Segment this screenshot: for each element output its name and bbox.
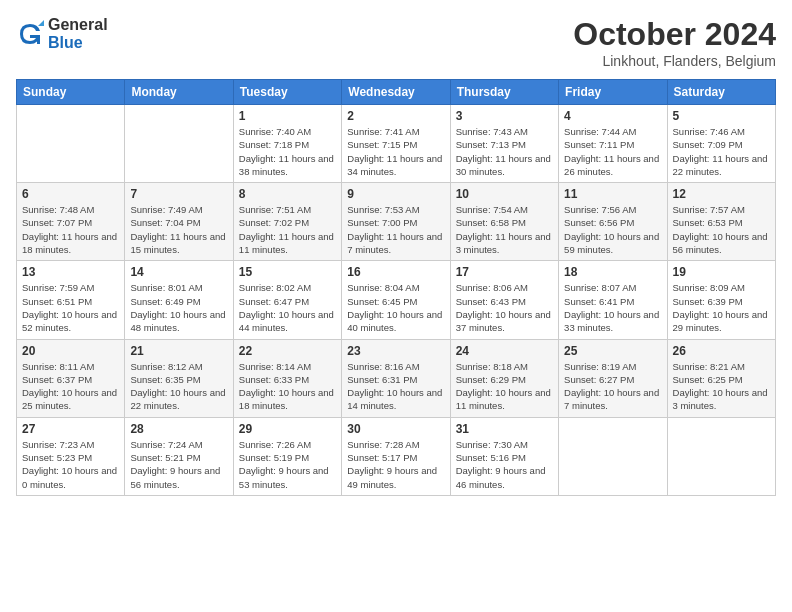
calendar-week-5: 27Sunrise: 7:23 AMSunset: 5:23 PMDayligh…	[17, 417, 776, 495]
calendar-cell: 13Sunrise: 7:59 AMSunset: 6:51 PMDayligh…	[17, 261, 125, 339]
calendar-cell: 9Sunrise: 7:53 AMSunset: 7:00 PMDaylight…	[342, 183, 450, 261]
calendar-week-3: 13Sunrise: 7:59 AMSunset: 6:51 PMDayligh…	[17, 261, 776, 339]
location-title: Linkhout, Flanders, Belgium	[573, 53, 776, 69]
day-number: 14	[130, 265, 227, 279]
day-number: 7	[130, 187, 227, 201]
day-number: 16	[347, 265, 444, 279]
calendar-cell: 2Sunrise: 7:41 AMSunset: 7:15 PMDaylight…	[342, 105, 450, 183]
day-number: 24	[456, 344, 553, 358]
day-info: Sunrise: 7:56 AMSunset: 6:56 PMDaylight:…	[564, 203, 661, 256]
calendar-cell	[667, 417, 775, 495]
calendar-cell: 18Sunrise: 8:07 AMSunset: 6:41 PMDayligh…	[559, 261, 667, 339]
page-header: General Blue October 2024 Linkhout, Flan…	[16, 16, 776, 69]
calendar-cell: 14Sunrise: 8:01 AMSunset: 6:49 PMDayligh…	[125, 261, 233, 339]
calendar-cell: 25Sunrise: 8:19 AMSunset: 6:27 PMDayligh…	[559, 339, 667, 417]
logo-icon	[16, 20, 44, 48]
calendar-cell: 29Sunrise: 7:26 AMSunset: 5:19 PMDayligh…	[233, 417, 341, 495]
calendar-cell: 6Sunrise: 7:48 AMSunset: 7:07 PMDaylight…	[17, 183, 125, 261]
day-info: Sunrise: 8:18 AMSunset: 6:29 PMDaylight:…	[456, 360, 553, 413]
day-info: Sunrise: 8:12 AMSunset: 6:35 PMDaylight:…	[130, 360, 227, 413]
day-number: 31	[456, 422, 553, 436]
day-number: 10	[456, 187, 553, 201]
calendar-cell: 24Sunrise: 8:18 AMSunset: 6:29 PMDayligh…	[450, 339, 558, 417]
calendar-cell: 26Sunrise: 8:21 AMSunset: 6:25 PMDayligh…	[667, 339, 775, 417]
calendar-week-1: 1Sunrise: 7:40 AMSunset: 7:18 PMDaylight…	[17, 105, 776, 183]
day-info: Sunrise: 7:43 AMSunset: 7:13 PMDaylight:…	[456, 125, 553, 178]
day-info: Sunrise: 7:44 AMSunset: 7:11 PMDaylight:…	[564, 125, 661, 178]
calendar-cell: 15Sunrise: 8:02 AMSunset: 6:47 PMDayligh…	[233, 261, 341, 339]
day-number: 9	[347, 187, 444, 201]
day-number: 26	[673, 344, 770, 358]
day-info: Sunrise: 7:26 AMSunset: 5:19 PMDaylight:…	[239, 438, 336, 491]
calendar-cell: 19Sunrise: 8:09 AMSunset: 6:39 PMDayligh…	[667, 261, 775, 339]
day-info: Sunrise: 7:41 AMSunset: 7:15 PMDaylight:…	[347, 125, 444, 178]
weekday-header-monday: Monday	[125, 80, 233, 105]
logo: General Blue	[16, 16, 108, 51]
day-number: 5	[673, 109, 770, 123]
day-number: 28	[130, 422, 227, 436]
day-number: 17	[456, 265, 553, 279]
calendar-cell: 27Sunrise: 7:23 AMSunset: 5:23 PMDayligh…	[17, 417, 125, 495]
day-info: Sunrise: 8:19 AMSunset: 6:27 PMDaylight:…	[564, 360, 661, 413]
calendar-cell: 4Sunrise: 7:44 AMSunset: 7:11 PMDaylight…	[559, 105, 667, 183]
day-number: 21	[130, 344, 227, 358]
day-info: Sunrise: 7:28 AMSunset: 5:17 PMDaylight:…	[347, 438, 444, 491]
calendar-cell	[17, 105, 125, 183]
day-info: Sunrise: 7:51 AMSunset: 7:02 PMDaylight:…	[239, 203, 336, 256]
calendar-cell: 10Sunrise: 7:54 AMSunset: 6:58 PMDayligh…	[450, 183, 558, 261]
day-number: 1	[239, 109, 336, 123]
day-info: Sunrise: 8:21 AMSunset: 6:25 PMDaylight:…	[673, 360, 770, 413]
calendar-cell: 21Sunrise: 8:12 AMSunset: 6:35 PMDayligh…	[125, 339, 233, 417]
day-info: Sunrise: 7:23 AMSunset: 5:23 PMDaylight:…	[22, 438, 119, 491]
day-info: Sunrise: 7:24 AMSunset: 5:21 PMDaylight:…	[130, 438, 227, 491]
logo-text: General Blue	[48, 16, 108, 51]
day-number: 30	[347, 422, 444, 436]
calendar-cell	[125, 105, 233, 183]
calendar-cell: 28Sunrise: 7:24 AMSunset: 5:21 PMDayligh…	[125, 417, 233, 495]
weekday-header-saturday: Saturday	[667, 80, 775, 105]
calendar-cell: 1Sunrise: 7:40 AMSunset: 7:18 PMDaylight…	[233, 105, 341, 183]
day-info: Sunrise: 8:04 AMSunset: 6:45 PMDaylight:…	[347, 281, 444, 334]
day-number: 3	[456, 109, 553, 123]
calendar-cell: 23Sunrise: 8:16 AMSunset: 6:31 PMDayligh…	[342, 339, 450, 417]
day-info: Sunrise: 7:30 AMSunset: 5:16 PMDaylight:…	[456, 438, 553, 491]
calendar-cell: 22Sunrise: 8:14 AMSunset: 6:33 PMDayligh…	[233, 339, 341, 417]
day-number: 29	[239, 422, 336, 436]
day-info: Sunrise: 7:59 AMSunset: 6:51 PMDaylight:…	[22, 281, 119, 334]
day-number: 23	[347, 344, 444, 358]
day-info: Sunrise: 8:06 AMSunset: 6:43 PMDaylight:…	[456, 281, 553, 334]
day-info: Sunrise: 8:02 AMSunset: 6:47 PMDaylight:…	[239, 281, 336, 334]
day-number: 27	[22, 422, 119, 436]
day-info: Sunrise: 7:46 AMSunset: 7:09 PMDaylight:…	[673, 125, 770, 178]
day-number: 22	[239, 344, 336, 358]
day-number: 8	[239, 187, 336, 201]
day-info: Sunrise: 8:01 AMSunset: 6:49 PMDaylight:…	[130, 281, 227, 334]
day-number: 13	[22, 265, 119, 279]
day-info: Sunrise: 7:48 AMSunset: 7:07 PMDaylight:…	[22, 203, 119, 256]
day-number: 25	[564, 344, 661, 358]
month-title: October 2024	[573, 16, 776, 53]
day-number: 18	[564, 265, 661, 279]
calendar-table: SundayMondayTuesdayWednesdayThursdayFrid…	[16, 79, 776, 496]
calendar-cell: 31Sunrise: 7:30 AMSunset: 5:16 PMDayligh…	[450, 417, 558, 495]
day-info: Sunrise: 8:16 AMSunset: 6:31 PMDaylight:…	[347, 360, 444, 413]
calendar-body: 1Sunrise: 7:40 AMSunset: 7:18 PMDaylight…	[17, 105, 776, 496]
day-number: 4	[564, 109, 661, 123]
day-info: Sunrise: 7:40 AMSunset: 7:18 PMDaylight:…	[239, 125, 336, 178]
calendar-cell	[559, 417, 667, 495]
day-info: Sunrise: 8:14 AMSunset: 6:33 PMDaylight:…	[239, 360, 336, 413]
weekday-row: SundayMondayTuesdayWednesdayThursdayFrid…	[17, 80, 776, 105]
day-number: 15	[239, 265, 336, 279]
day-info: Sunrise: 7:57 AMSunset: 6:53 PMDaylight:…	[673, 203, 770, 256]
calendar-cell: 8Sunrise: 7:51 AMSunset: 7:02 PMDaylight…	[233, 183, 341, 261]
calendar-cell: 30Sunrise: 7:28 AMSunset: 5:17 PMDayligh…	[342, 417, 450, 495]
day-number: 19	[673, 265, 770, 279]
title-area: October 2024 Linkhout, Flanders, Belgium	[573, 16, 776, 69]
day-number: 12	[673, 187, 770, 201]
day-number: 20	[22, 344, 119, 358]
calendar-cell: 11Sunrise: 7:56 AMSunset: 6:56 PMDayligh…	[559, 183, 667, 261]
day-info: Sunrise: 7:54 AMSunset: 6:58 PMDaylight:…	[456, 203, 553, 256]
calendar-week-2: 6Sunrise: 7:48 AMSunset: 7:07 PMDaylight…	[17, 183, 776, 261]
day-info: Sunrise: 7:49 AMSunset: 7:04 PMDaylight:…	[130, 203, 227, 256]
calendar-cell: 17Sunrise: 8:06 AMSunset: 6:43 PMDayligh…	[450, 261, 558, 339]
